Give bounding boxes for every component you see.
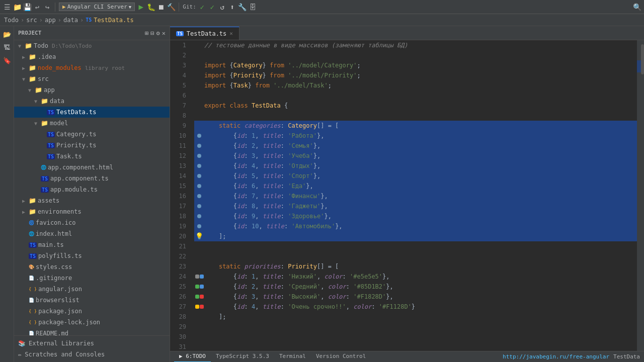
tree-item-stylescss[interactable]: ▶ 🎨 styles.css: [14, 261, 170, 273]
search-icon[interactable]: 🔍: [633, 3, 641, 11]
bottom-tab-versioncontrol-label: Version Control: [316, 353, 366, 359]
git-check2-icon[interactable]: ✓: [208, 3, 216, 11]
tree-item-appcomponent[interactable]: ▶ TS app.component.ts: [14, 173, 170, 184]
tree-folder-icon-data: 📁: [41, 98, 48, 105]
tree-item-task[interactable]: ▶ TS Task.ts: [14, 151, 170, 162]
sidebar-item-external-libraries[interactable]: 📚 External Libraries: [14, 338, 170, 349]
code-line-24: {id: 1, title: 'Низкий', color: '#e5e5e5…: [194, 272, 637, 282]
line-12-content: {id: 3, title: 'Учеба'},: [204, 151, 320, 161]
tree-item-root[interactable]: ▼ 📁 Todo D:\Todo\Todo: [14, 40, 170, 51]
code-line-3: import {Category} from '../model/Categor…: [194, 60, 637, 70]
code-editor[interactable]: 1 2 3 4 5 6 7 8 9 10 11 12 13 14 15 16 1…: [170, 40, 644, 351]
line-20-content: ];: [204, 231, 226, 241]
tree-item-idea[interactable]: ▶ 📁 .idea: [14, 51, 170, 62]
bottom-panel-bar: ▶ 6:TODO TypeScript 3.5.3 Terminal Versi…: [170, 351, 644, 362]
activity-structure-icon[interactable]: 🏗: [1, 41, 13, 53]
run-config-icon: ▶: [62, 4, 66, 10]
code-line-7: export class TestData {: [194, 101, 637, 111]
tree-file-icon-gitignore: 📄: [29, 276, 34, 281]
tree-ts-icon-polyfills: TS: [29, 253, 37, 259]
tree-item-environments[interactable]: ▶ 📁 environments: [14, 206, 170, 217]
tree-json-icon-angularjson: { }: [29, 287, 37, 292]
debug-button[interactable]: 🐛: [147, 3, 155, 11]
tree-item-apphtml[interactable]: ▶ 🌐 app.component.html: [14, 162, 170, 173]
gutter-26: [194, 295, 204, 299]
tree-item-src[interactable]: ▼ 📁 src: [14, 73, 170, 84]
tree-label-stylescss: styles.css: [36, 263, 72, 270]
sidebar-action-expand[interactable]: ⊞: [145, 30, 148, 37]
tree-item-assets[interactable]: ▶ 📁 assets: [14, 195, 170, 206]
tree-ts-icon-priority: TS: [47, 143, 55, 148]
tree-item-app[interactable]: ▼ 📁 app: [14, 84, 170, 96]
code-line-1: // тестовые данные в виде массивов (заме…: [194, 40, 637, 50]
minimap[interactable]: [637, 40, 644, 351]
tree-item-testdata[interactable]: ▶ TS TestData.ts: [14, 107, 170, 118]
breadcrumb-data[interactable]: data: [63, 17, 78, 24]
redo-icon[interactable]: ↪: [43, 3, 51, 11]
line-11-content: {id: 2, title: 'Семья'},: [204, 141, 320, 151]
tree-item-indexhtml[interactable]: ▶ 🌐 index.html: [14, 228, 170, 239]
code-line-22: [194, 251, 637, 261]
tree-item-nodemodules[interactable]: ▶ 📁 node_modules library root: [14, 62, 170, 73]
tree-label-angularjson: angular.json: [38, 286, 82, 293]
sidebar-item-scratches[interactable]: ✏ Scratches and Consoles: [14, 349, 170, 360]
bottom-tab-versioncontrol[interactable]: Version Control: [311, 351, 371, 362]
tree-label-environments: environments: [38, 208, 82, 215]
sidebar-action-close[interactable]: ✕: [162, 30, 166, 37]
activity-bookmark-icon[interactable]: 🔖: [1, 54, 13, 66]
sidebar-action-collapse[interactable]: ⊟: [150, 30, 154, 37]
code-line-25: {id: 2, title: 'Средний', color: '#85D1B…: [194, 282, 637, 292]
tree-item-packagejson[interactable]: ▶ { } package.json: [14, 306, 170, 317]
tree-item-gitignore[interactable]: ▶ 📄 .gitignore: [14, 273, 170, 284]
breadcrumb-src[interactable]: src: [26, 17, 37, 24]
sidebar-action-settings[interactable]: ⚙: [156, 30, 160, 37]
scrollbar-thumb: [641, 44, 644, 74]
tree-arrow-app: ▼: [28, 87, 33, 93]
tree-item-packagelockjson[interactable]: ▶ { } package-lock.json: [14, 317, 170, 328]
file-tree: ▼ 📁 Todo D:\Todo\Todo ▶ 📁 .idea ▶ 📁 node…: [14, 40, 170, 335]
tree-item-readme[interactable]: ▶ 📄 README.md: [14, 328, 170, 335]
git-revert-icon[interactable]: ↺: [218, 3, 226, 11]
bottom-tab-terminal[interactable]: Terminal: [274, 351, 311, 362]
tree-item-priority[interactable]: ▶ TS Priority.ts: [14, 140, 170, 151]
breadcrumb-app[interactable]: app: [45, 17, 56, 24]
tree-item-data[interactable]: ▼ 📁 data: [14, 96, 170, 107]
line-23-content: static priorities: Priority[] = [: [204, 261, 339, 272]
line-4-content: import {Priority} from '../model/Priorit…: [204, 70, 361, 80]
tree-html-icon-indexhtml: 🌐: [29, 231, 34, 236]
undo-icon[interactable]: ↩: [33, 3, 41, 11]
sidebar: Project ⊞ ⊟ ⚙ ✕ ▼ 📁 Todo D:\Todo\Todo ▶ …: [14, 26, 170, 362]
menu-icon[interactable]: ☰: [3, 3, 11, 11]
tree-item-maints[interactable]: ▶ TS main.ts: [14, 239, 170, 250]
tree-label-gitignore: .gitignore: [36, 275, 72, 282]
tree-item-browserslist[interactable]: ▶ 📄 browserslist: [14, 295, 170, 306]
bottom-tab-todo[interactable]: ▶ 6:TODO: [174, 351, 211, 362]
run-config-button[interactable]: ▶ Angular CLI Server ▼: [59, 3, 135, 11]
tree-item-polyfills[interactable]: ▶ TS polyfills.ts: [14, 250, 170, 261]
sidebar-title: Project: [18, 30, 41, 36]
activity-project-icon[interactable]: 📂: [1, 28, 13, 40]
run-config-label: Angular CLI Server: [67, 4, 127, 10]
tab-close-button[interactable]: ✕: [229, 30, 233, 37]
tree-item-appmodule[interactable]: ▶ TS app.module.ts: [14, 184, 170, 195]
tree-folder-icon-model: 📁: [41, 120, 48, 127]
tree-folder-icon-nodemodules: 📁: [29, 64, 36, 71]
tree-item-angularjson[interactable]: ▶ { } angular.json: [14, 284, 170, 295]
database-icon[interactable]: 🗄: [249, 3, 257, 11]
git-check-icon[interactable]: ✓: [198, 3, 206, 11]
settings-icon[interactable]: 🔧: [238, 3, 247, 11]
build-icon[interactable]: 🔨: [167, 3, 175, 11]
tree-file-icon-readme: 📄: [29, 331, 34, 335]
tree-item-category[interactable]: ▶ TS Category.ts: [14, 129, 170, 140]
breadcrumb-file[interactable]: TS TestData.ts: [86, 17, 134, 24]
tree-item-model[interactable]: ▼ 📁 model: [14, 118, 170, 129]
tab-testdata[interactable]: TS TestData.ts ✕: [170, 27, 239, 40]
code-content[interactable]: // тестовые данные в виде массивов (заме…: [190, 40, 637, 351]
git-push-icon[interactable]: ⬆: [228, 3, 236, 11]
save-icon[interactable]: 💾: [23, 3, 31, 11]
bottom-tab-typescript[interactable]: TypeScript 3.5.3: [211, 351, 274, 362]
tree-item-favicon[interactable]: ▶ 🌀 favicon.ico: [14, 217, 170, 228]
breadcrumb-todo[interactable]: Todo: [4, 17, 19, 24]
run-button[interactable]: ▶: [137, 3, 145, 11]
stop-button[interactable]: ⏹: [157, 3, 165, 11]
